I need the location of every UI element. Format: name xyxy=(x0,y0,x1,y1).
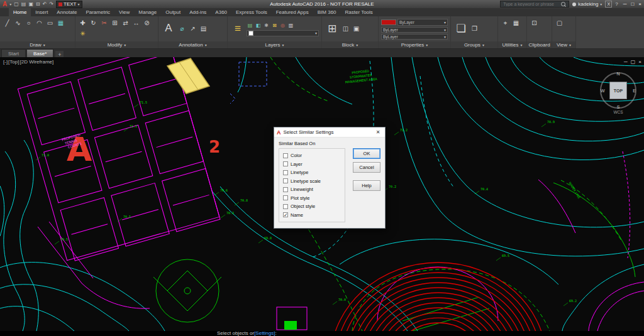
autocad-logo-icon[interactable]: A xyxy=(3,1,7,8)
layer-match-icon[interactable]: ▥ xyxy=(287,22,294,29)
viewcube-south[interactable]: S xyxy=(617,105,620,109)
search-icon[interactable] xyxy=(561,2,565,6)
help-button[interactable]: Help xyxy=(353,180,380,191)
command-option-settings[interactable]: [Settings] xyxy=(254,331,275,336)
layer-off-icon[interactable]: ◎ xyxy=(279,22,286,29)
layer-dropdown[interactable]: ▾ xyxy=(247,30,319,36)
view-controls-button[interactable]: [Top] xyxy=(8,59,19,65)
file-tab-base[interactable]: Base* xyxy=(26,49,53,58)
checkbox-name[interactable]: ✓Name xyxy=(283,211,341,220)
plot-icon[interactable]: ⊟ xyxy=(36,1,40,8)
ribbon-tab-home[interactable]: Home xyxy=(9,8,31,16)
new-file-icon[interactable]: ▢ xyxy=(14,1,19,8)
layer-lock-icon[interactable]: ⊠ xyxy=(271,22,278,29)
ribbon-tab-featured-apps[interactable]: Featured Apps xyxy=(272,8,313,16)
viewcube-east[interactable]: E xyxy=(633,89,636,93)
rectangle-icon[interactable]: ▭ xyxy=(45,18,55,28)
ribbon-tab-annotate[interactable]: Annotate xyxy=(52,8,81,16)
linetype-dropdown[interactable]: ByLayer ▾ xyxy=(381,34,448,40)
explode-icon[interactable]: ✳ xyxy=(78,29,87,38)
ribbon-tab-express-tools[interactable]: Express Tools xyxy=(231,8,272,16)
insert-block-icon[interactable]: ⊞ xyxy=(325,18,340,38)
viewcube-wcs-menu[interactable]: WCS xyxy=(613,110,623,114)
checked-checkbox-icon[interactable]: ✓ xyxy=(283,212,288,217)
ok-button[interactable]: OK xyxy=(353,148,380,159)
search-input[interactable] xyxy=(502,1,560,7)
text-icon[interactable]: A xyxy=(161,18,176,38)
panel-layers-footer[interactable]: Layers ▾ xyxy=(228,41,321,48)
layer-isolate-icon[interactable]: ◧ xyxy=(255,22,262,29)
unchecked-checkbox-icon[interactable] xyxy=(283,187,288,192)
cancel-button[interactable]: Cancel xyxy=(353,162,380,173)
checkbox-layer[interactable]: Layer xyxy=(283,160,341,169)
rotate-icon[interactable]: ↻ xyxy=(89,18,98,28)
help-icon[interactable]: ? xyxy=(615,1,618,8)
arc-icon[interactable]: ◠ xyxy=(35,18,44,28)
qat-text-control[interactable]: TEXT ▾ xyxy=(56,1,82,8)
layer-on-off-icon[interactable]: ▤ xyxy=(247,22,253,29)
ribbon-tab-parametric[interactable]: Parametric xyxy=(81,8,114,16)
layer-properties-icon[interactable]: ≡ xyxy=(230,19,245,39)
object-color-swatch-icon[interactable] xyxy=(381,19,396,25)
viewport-menu-button[interactable]: [-] xyxy=(3,59,8,65)
account-menu[interactable]: kadeking ▾ xyxy=(572,1,602,7)
drawing-minimize-icon[interactable]: ─ xyxy=(624,59,628,65)
unchecked-checkbox-icon[interactable] xyxy=(283,178,288,183)
circle-icon[interactable]: ○ xyxy=(24,18,33,28)
unchecked-checkbox-icon[interactable] xyxy=(283,204,288,209)
command-line[interactable]: Select objects or [Settings] : xyxy=(0,331,644,336)
measure-icon[interactable]: ⌖ xyxy=(501,18,510,28)
panel-properties-footer[interactable]: Properties ▾ xyxy=(379,41,450,48)
drawing-canvas[interactable]: A 2 PROPOSED TENNIS COURTS PROPOSED STOR… xyxy=(0,57,644,331)
close-button[interactable]: × xyxy=(638,1,641,7)
ungroup-icon[interactable]: ❐ xyxy=(470,24,479,33)
viewcube-north[interactable]: N xyxy=(616,72,619,76)
exchange-apps-icon[interactable]: X xyxy=(605,1,612,8)
minimize-button[interactable]: ─ xyxy=(623,1,627,7)
drawing-restore-icon[interactable]: ▢ xyxy=(631,59,636,65)
hatch-icon[interactable]: ▦ xyxy=(56,18,65,28)
panel-modify-footer[interactable]: Modify ▾ xyxy=(75,41,158,48)
unchecked-checkbox-icon[interactable] xyxy=(283,170,288,175)
dialog-close-icon[interactable]: ✕ xyxy=(374,129,382,135)
maximize-button[interactable]: □ xyxy=(631,1,634,7)
panel-clipboard-footer[interactable]: Clipboard xyxy=(527,41,552,48)
infocenter-search[interactable] xyxy=(500,1,569,8)
ribbon-tab-bim-360[interactable]: BIM 360 xyxy=(313,8,341,16)
leader-icon[interactable]: ↗ xyxy=(188,24,197,33)
stretch-icon[interactable]: ↔ xyxy=(131,18,141,28)
checkbox-linetype[interactable]: Linetype xyxy=(283,168,341,177)
visual-style-button[interactable]: [2D Wireframe] xyxy=(19,59,53,65)
ribbon-tab-add-ins[interactable]: Add-ins xyxy=(185,8,211,16)
ribbon-tab-raster-tools[interactable]: Raster Tools xyxy=(341,8,377,16)
panel-groups-footer[interactable]: Groups ▾ xyxy=(451,41,497,48)
panel-draw-footer[interactable]: Draw ▾ xyxy=(0,41,75,48)
viewcube[interactable]: N S W E TOP WCS xyxy=(600,72,636,109)
unchecked-checkbox-icon[interactable] xyxy=(283,153,288,158)
edit-block-icon[interactable]: ▣ xyxy=(352,24,361,33)
panel-annotation-footer[interactable]: Annotation ▾ xyxy=(158,41,227,48)
dimension-icon[interactable]: ⌀ xyxy=(177,24,187,33)
ribbon-tab-view[interactable]: View xyxy=(114,8,134,16)
app-menu-caret-icon[interactable]: ▾ xyxy=(9,2,11,6)
erase-icon[interactable]: ⊘ xyxy=(142,18,152,28)
checkbox-color[interactable]: Color xyxy=(283,151,341,160)
color-dropdown[interactable]: ByLayer ▾ xyxy=(397,19,448,26)
panel-block-footer[interactable]: Block ▾ xyxy=(322,41,378,48)
unchecked-checkbox-icon[interactable] xyxy=(283,195,288,200)
open-file-icon[interactable]: ▤ xyxy=(21,1,26,8)
create-block-icon[interactable]: ◫ xyxy=(341,24,350,33)
dialog-titlebar[interactable]: A Select Similar Settings ✕ xyxy=(274,127,385,138)
unchecked-checkbox-icon[interactable] xyxy=(283,161,288,166)
line-icon[interactable]: ╱ xyxy=(3,18,12,28)
lineweight-dropdown[interactable]: ByLayer ▾ xyxy=(381,27,448,33)
mirror-icon[interactable]: ⇄ xyxy=(121,18,130,28)
save-icon[interactable]: ▣ xyxy=(28,1,33,8)
viewcube-top-face[interactable]: TOP xyxy=(609,82,627,99)
undo-icon[interactable]: ↶ xyxy=(43,1,47,8)
ribbon-tab-insert[interactable]: Insert xyxy=(31,8,52,16)
paste-icon[interactable]: ⊡ xyxy=(530,18,539,28)
table-icon[interactable]: ▤ xyxy=(199,24,208,33)
checkbox-linetype-scale[interactable]: Linetype scale xyxy=(283,177,341,186)
polyline-icon[interactable]: ∿ xyxy=(13,18,23,28)
